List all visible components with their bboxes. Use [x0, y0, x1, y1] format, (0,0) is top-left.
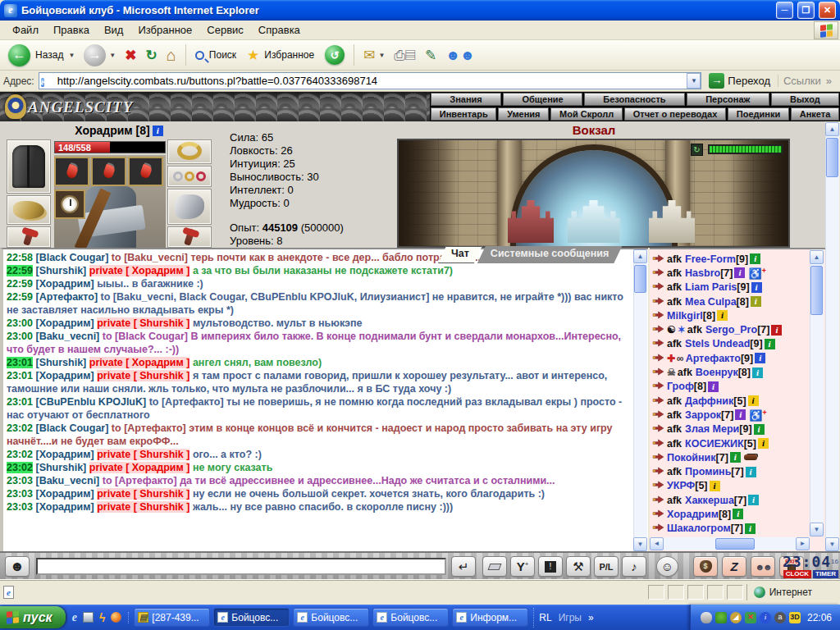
taskbar-window-button[interactable]: eБойцовс... [213, 608, 290, 627]
attack-icon[interactable] [652, 353, 664, 364]
player-name[interactable]: Гроф [667, 381, 694, 392]
player-name[interactable]: Артефакто [686, 353, 741, 364]
menu-item[interactable]: Сервис [199, 21, 251, 39]
player-info-icon[interactable]: i [750, 253, 760, 264]
message-nick[interactable]: [Артефакто] [35, 291, 98, 303]
message-nick[interactable]: [Хорадрим] [35, 449, 94, 460]
players-scroll-up-icon[interactable]: ▲ [810, 250, 824, 264]
player-info-icon[interactable]: i [752, 368, 763, 378]
links-button[interactable]: Ссылки » [778, 75, 837, 87]
start-button[interactable]: пуск [0, 606, 66, 628]
chat-scroll-down-icon[interactable]: ▼ [633, 537, 647, 551]
tray-agent-icon[interactable] [715, 612, 727, 623]
player-info-icon[interactable]: i [745, 523, 756, 534]
nav-tab[interactable]: Выход [771, 93, 839, 106]
nav-tab[interactable]: Мой Скролл [550, 107, 623, 121]
player-name[interactable]: Хаккерша [685, 495, 734, 506]
player-info-icon[interactable]: i [751, 282, 762, 293]
nav-tab[interactable]: Поединки [728, 107, 789, 121]
quicklaunch-winamp-icon[interactable]: ϟ [99, 612, 105, 623]
attack-icon[interactable] [652, 438, 664, 450]
nav-tab[interactable]: Знания [431, 93, 501, 106]
message-nick[interactable]: [Black Cougar] [35, 422, 108, 434]
nav-tab[interactable]: Персонаж [687, 93, 769, 106]
player-name[interactable]: Заррок [685, 409, 721, 421]
potion-slot[interactable] [54, 157, 89, 186]
menu-item[interactable]: Избранное [130, 21, 199, 39]
message-nick[interactable]: [Shurshik] [35, 265, 86, 276]
deposit-button[interactable]: $ [693, 556, 718, 577]
tray-info-icon[interactable]: i [760, 612, 771, 623]
stop-button[interactable]: ✖ [121, 47, 139, 64]
message-nick[interactable]: [Хорадрим] [35, 278, 94, 290]
refresh-button[interactable]: ↻ [142, 47, 160, 64]
address-dropdown-icon[interactable]: ▼ [687, 73, 701, 89]
player-info-icon[interactable]: i [730, 452, 741, 463]
say-button[interactable]: ☻ [5, 556, 30, 577]
clock-item-slot[interactable] [54, 189, 85, 219]
pl-button[interactable]: P/L [594, 556, 619, 577]
attack-icon[interactable] [652, 523, 664, 534]
games-toolbar-label[interactable]: Игры [559, 612, 582, 623]
weapon-slot-left[interactable] [7, 226, 51, 248]
boots-slot[interactable] [7, 195, 51, 225]
edit-button[interactable]: ✎ [422, 47, 440, 64]
player-name[interactable]: Шакалогром [667, 523, 731, 534]
message-nick[interactable]: [Хорадрим] [35, 501, 94, 513]
forward-button[interactable]: → ▼ [80, 43, 119, 68]
chat-scroll-up-icon[interactable]: ▲ [633, 249, 647, 263]
nav-tab[interactable]: Инвентарь [431, 107, 496, 121]
history-button[interactable]: ↺ [322, 43, 348, 66]
back-dropdown-icon[interactable]: ▼ [68, 52, 75, 59]
tray-xpal3d-icon[interactable]: 3D [789, 612, 801, 623]
chat-tab[interactable]: Чат [438, 246, 482, 263]
attack-icon[interactable] [652, 466, 664, 477]
necklace-slot[interactable] [167, 139, 212, 164]
attack-icon[interactable] [652, 495, 664, 506]
armor-slot[interactable] [7, 139, 51, 194]
player-name[interactable]: Хорадрим [667, 509, 719, 520]
attack-icon[interactable] [652, 310, 664, 322]
player-name[interactable]: Mea Culpa [685, 296, 737, 308]
tray-network-users-icon[interactable]: ✕ [745, 612, 756, 623]
restore-button[interactable]: ❐ [797, 2, 815, 19]
players-scroll-down-icon[interactable]: ▼ [810, 523, 824, 536]
attack-icon[interactable] [652, 267, 664, 279]
nav-tab[interactable]: Анкета [791, 107, 839, 121]
attack-icon[interactable] [652, 409, 664, 421]
attack-icon[interactable] [652, 338, 664, 349]
taskbar-window-button[interactable]: eБойцовс... [293, 608, 369, 627]
weapon-slot-right[interactable] [167, 226, 212, 248]
players-scroll-thumb[interactable] [810, 266, 823, 315]
save-log-button[interactable]: ! [538, 556, 563, 577]
quicklaunch-wmp-icon[interactable] [111, 612, 121, 623]
player-name[interactable]: Liam Paris [685, 281, 737, 293]
player-name[interactable]: Проминь [685, 466, 731, 477]
chat-input[interactable] [36, 558, 446, 575]
player-info-icon[interactable]: i [746, 467, 756, 477]
tray-a-icon[interactable]: a [774, 612, 786, 623]
player-name[interactable]: Hasbro [685, 267, 720, 279]
player-info-icon[interactable]: i [735, 409, 746, 420]
favorites-button[interactable]: ★ Избранное [244, 47, 319, 64]
rings-slot[interactable] [167, 166, 212, 187]
search-button[interactable]: Поиск [192, 48, 241, 62]
message-nick[interactable]: [Shurshik] [35, 357, 86, 368]
home-button[interactable]: ⌂ [163, 47, 180, 64]
taskbar-window-button[interactable]: eБойцовс... [372, 608, 449, 627]
message-nick[interactable]: [Black Cougar] [35, 252, 108, 263]
attack-icon[interactable] [652, 395, 664, 407]
players-scroll-left-icon[interactable]: ◄ [650, 537, 664, 550]
message-nick[interactable]: [Хорадрим] [35, 488, 94, 500]
nav-tab[interactable]: Общение [503, 93, 582, 106]
player-info-icon[interactable]: i [748, 495, 759, 505]
player-info-icon[interactable]: i [733, 509, 743, 519]
attack-icon[interactable] [652, 480, 664, 491]
attack-icon[interactable] [652, 423, 664, 435]
taskbar-window-button[interactable]: eИнформ... [452, 608, 528, 627]
clear-button[interactable] [482, 556, 507, 577]
player-name[interactable]: Злая Мери [685, 423, 739, 435]
message-nick[interactable]: [Shurshik] [35, 462, 86, 473]
potion-slot[interactable] [91, 157, 126, 186]
attack-icon[interactable] [652, 452, 664, 463]
